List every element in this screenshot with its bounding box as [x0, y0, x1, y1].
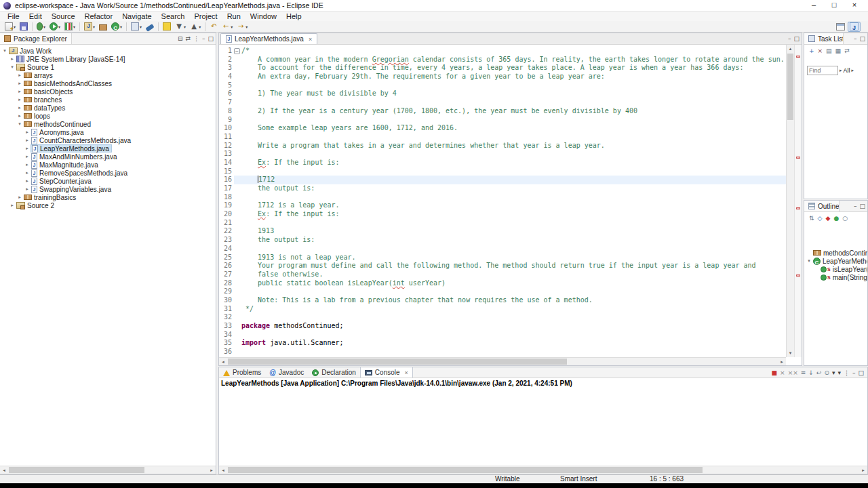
code-line-8[interactable]: 8 2) If the year is a century year (1700… — [219, 107, 786, 116]
spelling-annotation-mark[interactable] — [796, 157, 800, 159]
forward-button[interactable]: →▾ — [235, 22, 249, 32]
collapsed-arrow-icon[interactable]: ▸ — [16, 73, 23, 78]
scrollbar-thumb[interactable] — [9, 467, 144, 473]
menu-help[interactable]: Help — [281, 12, 307, 21]
code-line-27[interactable]: 27 false otherwise. — [219, 270, 786, 279]
code-line-5[interactable]: 5 — [219, 81, 786, 90]
code-line-29[interactable]: 29 — [219, 287, 786, 296]
collapsed-arrow-icon[interactable]: ▸ — [24, 138, 31, 143]
tab-task-list[interactable]: Task List — [804, 33, 844, 44]
open-perspective-button[interactable] — [835, 22, 846, 32]
view-menu-icon[interactable]: ⋮ — [844, 369, 850, 377]
collapsed-arrow-icon[interactable]: ▸ — [16, 81, 23, 86]
last-edit-location-button[interactable]: ↶ — [208, 22, 219, 32]
outline-item-methodscontinued[interactable]: methodsContinued — [804, 249, 867, 257]
code-line-2[interactable]: 2 A common year in the modern Gregorian … — [219, 56, 786, 64]
tab-package-explorer[interactable]: Package Explorer — [0, 33, 72, 44]
tree-item-java-work[interactable]: ▾Java Work — [0, 47, 216, 55]
editor-vscrollbar[interactable]: ▴ ▾ — [786, 45, 794, 357]
spelling-annotation-mark[interactable] — [796, 207, 800, 209]
expanded-arrow-icon[interactable]: ▾ — [1, 48, 8, 54]
scroll-left-icon[interactable]: ◂ — [219, 358, 227, 366]
tree-item-basicobjects[interactable]: ▸basicObjects — [0, 87, 216, 96]
display-console-icon[interactable]: ▾ — [832, 369, 835, 377]
tree-item-source-2[interactable]: ▸Source 2 — [0, 201, 216, 209]
tree-item-datatypes[interactable]: ▸dataTypes — [0, 104, 216, 112]
tree-item-maxmagnitude-java[interactable]: ▸MaxMagnitude.java — [0, 161, 216, 169]
maximize-icon[interactable]: □ — [859, 202, 865, 210]
maximize-icon[interactable]: □ — [208, 35, 214, 43]
collapsed-arrow-icon[interactable]: ▸ — [9, 203, 16, 208]
hide-fields-icon[interactable]: ◇ — [818, 214, 823, 222]
pin-console-icon[interactable]: ⊙ — [824, 369, 829, 377]
code-line-31[interactable]: 31 */ — [219, 305, 786, 314]
mark-occurrences-button[interactable] — [161, 22, 172, 32]
tree-item-swappingvariables-java[interactable]: ▸SwappingVariables.java — [0, 185, 216, 193]
word-wrap-icon[interactable]: ↩ — [816, 369, 822, 377]
collapsed-arrow-icon[interactable]: ▸ — [16, 89, 23, 94]
collapsed-arrow-icon[interactable]: ▸ — [24, 186, 31, 192]
tree-item-removespacesmethods-java[interactable]: ▸RemoveSpacesMethods.java — [0, 169, 216, 177]
expanded-arrow-icon[interactable]: ▾ — [806, 258, 812, 264]
code-line-19[interactable]: 19 1712 is a leap year. — [219, 201, 786, 210]
code-line-10[interactable]: 10 Some example leap years are 1600, 171… — [219, 124, 786, 133]
tab-console[interactable]: Console× — [360, 367, 413, 378]
save-button[interactable] — [18, 22, 29, 32]
code-line-23[interactable]: 23 the output is: — [219, 236, 786, 245]
code-line-11[interactable]: 11 — [219, 133, 786, 142]
spelling-annotation-mark[interactable] — [796, 56, 800, 58]
sync-icon[interactable]: ⇄ — [844, 47, 850, 55]
code-line-34[interactable]: 34 — [219, 331, 786, 340]
overview-ruler[interactable] — [794, 45, 802, 357]
code-line-4[interactable]: 4 An extra day, February 29th. The requi… — [219, 73, 786, 81]
new-wizard-button[interactable]: ▾ — [3, 22, 17, 32]
tree-item-stepcounter-java[interactable]: ▸StepCounter.java — [0, 177, 216, 185]
tree-item-acronyms-java[interactable]: ▸Acronyms.java — [0, 128, 216, 136]
minimize-icon[interactable]: – — [854, 202, 857, 210]
hide-local-types-icon[interactable]: ○ — [842, 214, 848, 222]
code-line-30[interactable]: 30 Note: This is a lab from a previous c… — [219, 296, 786, 305]
code-line-25[interactable]: 25 1913 is not a leap year. — [219, 253, 786, 262]
new-java-project-button[interactable]: ▾ — [83, 22, 96, 32]
tree-item-countcharactersmethods-java[interactable]: ▸CountCharactersMethods.java — [0, 136, 216, 144]
code-line-26[interactable]: 26 Your program must define and call the… — [219, 262, 786, 270]
close-icon[interactable]: × — [309, 36, 312, 43]
maximize-icon[interactable]: □ — [858, 369, 864, 377]
code-line-6[interactable]: 6 1) The year must be divisible by 4 — [219, 89, 786, 98]
scroll-right-icon[interactable]: ▸ — [778, 358, 786, 366]
tree-item-maxandminnumbers-java[interactable]: ▸MaxAndMinNumbers.java — [0, 152, 216, 161]
java-perspective-button[interactable] — [848, 22, 861, 32]
code-editor[interactable]: 1−/*2 A common year in the modern Gregor… — [219, 45, 786, 357]
code-line-16[interactable]: 16 1712 — [219, 176, 786, 184]
code-line-17[interactable]: 17 the output is: — [219, 184, 786, 193]
scroll-left-icon[interactable]: ◂ — [219, 466, 227, 474]
maximize-icon[interactable]: □ — [859, 35, 865, 43]
collapsed-arrow-icon[interactable]: ▸ — [24, 146, 31, 151]
code-line-21[interactable]: 21 — [219, 219, 786, 228]
tree-item-trainingbasics[interactable]: ▸trainingBasics — [0, 193, 216, 201]
find-input[interactable] — [807, 66, 838, 75]
menu-window[interactable]: Window — [245, 12, 281, 21]
remove-launch-icon[interactable]: × — [780, 369, 785, 377]
tree-item-loops[interactable]: ▸loops — [0, 112, 216, 120]
close-icon[interactable]: × — [405, 369, 408, 376]
remove-all-launches-icon[interactable]: ×× — [788, 369, 798, 377]
terminate-icon[interactable]: ■ — [772, 369, 778, 377]
menu-file[interactable]: File — [3, 12, 24, 21]
collapsed-arrow-icon[interactable]: ▸ — [24, 154, 31, 159]
tree-item-methodscontinued[interactable]: ▾methodsContinued — [0, 120, 216, 128]
open-task-button[interactable]: ▾ — [130, 22, 143, 32]
open-console-icon[interactable]: ▾ — [837, 369, 841, 377]
collapsed-arrow-icon[interactable]: ▸ — [16, 113, 23, 119]
menu-refactor[interactable]: Refactor — [80, 12, 118, 21]
expanded-arrow-icon[interactable]: ▾ — [9, 64, 16, 70]
tree-item-source-1[interactable]: ▾Source 1 — [0, 63, 216, 71]
categorized-icon[interactable]: ▤ — [826, 47, 832, 55]
code-line-13[interactable]: 13 — [219, 150, 786, 159]
scroll-right-icon[interactable]: ▸ — [208, 466, 216, 474]
code-line-24[interactable]: 24 — [219, 245, 786, 253]
code-line-12[interactable]: 12 Write a program that takes in a year … — [219, 142, 786, 150]
run-button[interactable]: ▾ — [48, 22, 62, 32]
collapsed-arrow-icon[interactable]: ▸ — [9, 56, 16, 62]
spelling-annotation-mark[interactable] — [796, 274, 800, 277]
